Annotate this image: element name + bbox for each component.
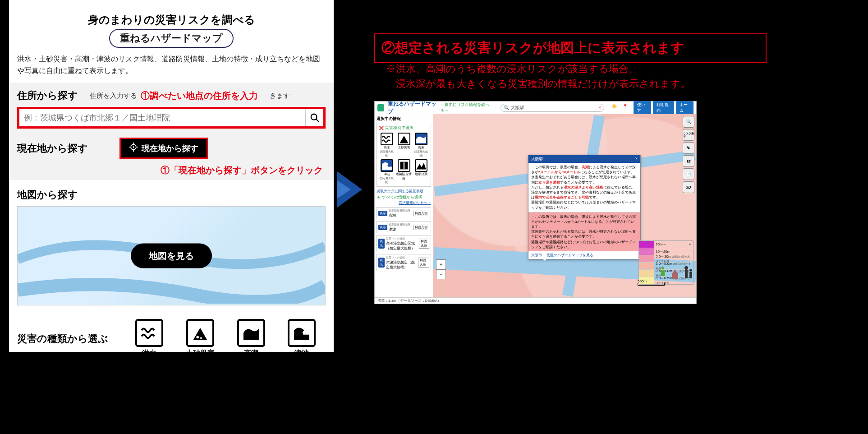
clear-icon[interactable]: × bbox=[598, 105, 601, 110]
hazard-takashio[interactable]: 高潮 bbox=[237, 319, 265, 358]
flood-icon bbox=[135, 319, 163, 347]
svg-point-0 bbox=[311, 114, 317, 120]
hazard-tsunami-label: 津波 bbox=[288, 349, 316, 358]
address-help-post: きます bbox=[270, 92, 290, 100]
page-subtitle-badge: 重ねるハザードマップ bbox=[109, 29, 234, 48]
tool-print[interactable]: 📄 bbox=[683, 168, 694, 180]
svg-rect-15 bbox=[685, 270, 688, 278]
legend-person-icons bbox=[659, 266, 693, 279]
current-location-button[interactable]: 現在地から探す bbox=[119, 138, 208, 159]
zoom-out-button[interactable]: － bbox=[436, 269, 446, 279]
address-input[interactable] bbox=[19, 113, 305, 123]
popup-body-takashio: ・この場所では、最悪の場合、高潮による浸水が発生してその深さが5メートルから10… bbox=[528, 163, 640, 212]
address-help-pre: 住所を入力する bbox=[90, 92, 137, 100]
haz-landslide[interactable]: 土砂災害 bbox=[396, 133, 412, 158]
haz-road[interactable]: 道路防災情報 bbox=[396, 159, 412, 185]
hazard-tsunami[interactable]: 津波 bbox=[288, 319, 316, 358]
storm-surge-icon bbox=[415, 133, 427, 145]
terrain-icon bbox=[415, 159, 427, 172]
app-search-box[interactable]: 🔍 大阪駅 × bbox=[501, 104, 604, 112]
legend-button[interactable]: 解説凡例 bbox=[413, 211, 429, 216]
close-icon[interactable]: × bbox=[687, 242, 693, 246]
sidebar-all-select[interactable]: ＋すべての情報から選択 bbox=[377, 194, 431, 200]
haz-flood[interactable]: 洪水(想定最大規模) bbox=[379, 133, 395, 158]
help-button[interactable]: 使い方 bbox=[634, 101, 651, 115]
map-canvas[interactable]: 🔍 リスク表示 ✎ 🗂 📄 3D 大阪駅× ・この場所では、最悪の場合、高潮によ… bbox=[433, 114, 696, 297]
terms-button[interactable]: 利用規約 bbox=[653, 101, 674, 115]
page-title: 身のまわりの災害リスクを調べる bbox=[9, 13, 334, 27]
arrow-icon bbox=[337, 171, 362, 208]
person-running-icon bbox=[659, 266, 666, 279]
layer-item[interactable]: 表示災害リスク情報高潮浸水想定区域（想定最大規模）解説凡例 bbox=[377, 235, 431, 252]
weather-icon[interactable]: ☀️ bbox=[611, 104, 619, 112]
layer-item[interactable]: 表示指定緊急避難場所高潮解説凡例 bbox=[377, 207, 431, 219]
popup-footer-links[interactable]: 大阪市 北区のハザードマップを見る bbox=[528, 251, 640, 259]
svg-line-1 bbox=[316, 119, 318, 122]
svg-point-3 bbox=[133, 147, 134, 148]
tool-draw[interactable]: ✎ bbox=[683, 142, 694, 154]
svg-rect-11 bbox=[403, 162, 404, 169]
haz-takashio[interactable]: 高潮(想定最大規模) bbox=[413, 133, 429, 158]
storm-surge-icon bbox=[237, 319, 265, 347]
svg-rect-17 bbox=[689, 272, 692, 278]
legend-button[interactable]: 解説凡例 bbox=[413, 225, 429, 230]
target-icon bbox=[129, 143, 138, 154]
map-thumbnail[interactable]: 地図を見る bbox=[17, 206, 326, 305]
popup-ward-link[interactable]: 北区のハザードマップを見る bbox=[547, 253, 593, 257]
svg-point-14 bbox=[684, 266, 688, 270]
road-icon bbox=[398, 159, 410, 172]
popup-title: 大阪駅 bbox=[531, 156, 543, 162]
current-location-button-label: 現在地から探す bbox=[142, 143, 198, 154]
hazard-flood-label: 洪水 bbox=[135, 349, 163, 358]
tool-3d[interactable]: 3D bbox=[683, 181, 694, 193]
callout-result-headline: ②想定される災害リスクが地図上に表示されます bbox=[374, 33, 767, 63]
zoom-in-button[interactable]: ＋ bbox=[436, 259, 446, 269]
reset-link[interactable]: 選択情報のリセット bbox=[377, 200, 431, 205]
legend-button[interactable]: 解説凡例 bbox=[419, 239, 429, 249]
search-icon: 🔍 bbox=[504, 105, 509, 110]
view-map-button[interactable]: 地図を見る bbox=[131, 244, 212, 268]
callout-current: ①「現在地から探す」ボタンをクリック bbox=[17, 164, 323, 176]
tool-risk[interactable]: リスク表示 bbox=[683, 129, 694, 141]
app-search-value: 大阪駅 bbox=[511, 105, 524, 111]
layer-item[interactable]: 表示災害リスク情報津波浸水想定（想定最大規模）解説凡例 bbox=[377, 254, 431, 271]
hazard-landslide-label: 土砂災害 bbox=[186, 349, 215, 358]
app-tagline: ～自由にリスク情報を調べる～ bbox=[441, 102, 492, 114]
popup-city-link[interactable]: 大阪市 bbox=[531, 253, 542, 257]
popup-body-tsunami: ・この場所では、最悪の場合、津波による浸水が発生してその深さが50センチメートル… bbox=[528, 212, 640, 251]
tool-search[interactable]: 🔍 bbox=[683, 116, 694, 128]
sidebar-by-type[interactable]: ❌災害種別で選択 bbox=[379, 125, 429, 131]
svg-rect-12 bbox=[661, 267, 664, 269]
landslide-icon bbox=[186, 319, 214, 347]
landslide-icon bbox=[398, 133, 410, 145]
info-popup: 大阪駅× ・この場所では、最悪の場合、高潮による浸水が発生してその深さが5メート… bbox=[528, 155, 641, 259]
hazard-grid: 洪水(想定最大規模) 土砂災害 高潮(想定最大規模) 津波(想定最大規模) 道路… bbox=[379, 133, 429, 185]
hazard-kind-label: 災害の種類から選ぶ bbox=[17, 332, 108, 346]
search-block: 住所から探す 住所を入力する ①調べたい地点の住所を入力 きます 現在地から探す… bbox=[9, 83, 334, 180]
scale-bar: 500m bbox=[638, 279, 665, 286]
hazard-kind-icons: 洪水 土砂災害 高潮 津波 bbox=[135, 319, 316, 358]
map-tools: 🔍 リスク表示 ✎ 🗂 📄 3D bbox=[683, 116, 694, 194]
data-notice-link[interactable]: 掲載データに関する留意事項 bbox=[377, 189, 431, 194]
home-button[interactable]: ホーム bbox=[676, 101, 693, 115]
layer-item[interactable]: 表示指定緊急避難場所津波解説凡例 bbox=[377, 221, 431, 233]
tsunami-icon bbox=[381, 159, 393, 172]
app-sidebar: 選択中の情報 ❌災害種別で選択 洪水(想定最大規模) 土砂災害 高潮(想定最大規… bbox=[375, 114, 433, 297]
haz-terrain[interactable]: 地形分類 bbox=[413, 159, 429, 185]
left-panel: 身のまわりの災害リスクを調べる 重ねるハザードマップ 洪水・土砂災害・高潮・津波… bbox=[9, 0, 334, 352]
search-icon[interactable] bbox=[305, 109, 323, 126]
legend-button[interactable]: 解説凡例 bbox=[418, 258, 429, 268]
location-icon[interactable]: 📍 bbox=[622, 104, 629, 112]
hazard-map-app: 重ねるハザードマップ ～自由にリスク情報を調べる～ 🔍 大阪駅 × ☀️ 📍 使… bbox=[374, 101, 697, 304]
house-icon bbox=[672, 269, 678, 279]
haz-tsunami[interactable]: 津波(想定最大規模) bbox=[379, 159, 395, 185]
svg-rect-13 bbox=[661, 270, 665, 276]
map-search-label: 地図から探す bbox=[9, 188, 334, 202]
address-search-box bbox=[17, 107, 326, 129]
zoom-control: ＋ － bbox=[436, 259, 446, 279]
tool-layers[interactable]: 🗂 bbox=[683, 155, 694, 167]
close-icon[interactable]: × bbox=[635, 156, 638, 162]
hazard-flood[interactable]: 洪水 bbox=[135, 319, 163, 358]
hazard-landslide[interactable]: 土砂災害 bbox=[186, 319, 215, 358]
app-title: 重ねるハザードマップ bbox=[388, 100, 437, 115]
